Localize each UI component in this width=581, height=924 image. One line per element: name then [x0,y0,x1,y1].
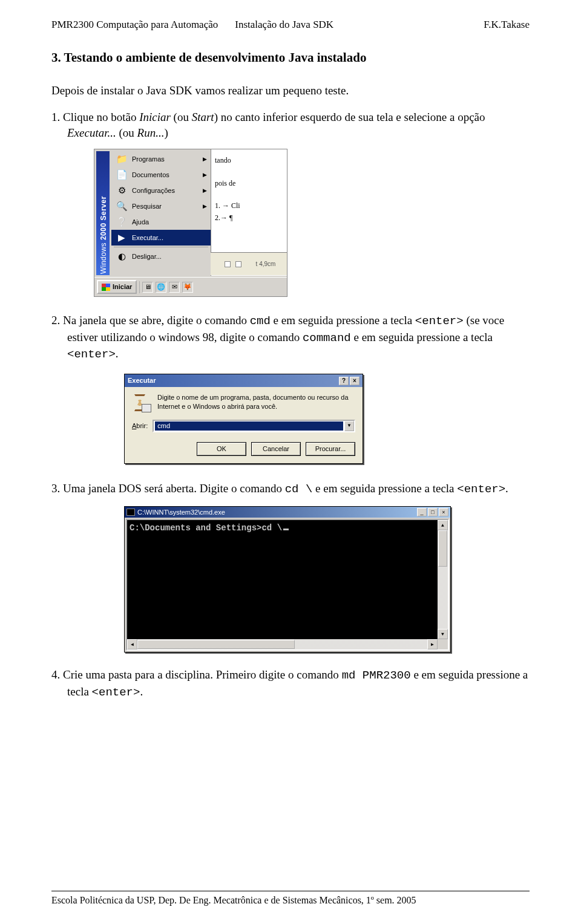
run-open-value: cmd [155,421,343,431]
maximize-button[interactable]: □ [428,508,438,516]
run-dialog-title: Executar [128,376,156,385]
start-menu-label: Programas [132,155,165,164]
horizontal-scrollbar[interactable]: ◀ ▶ [127,639,438,649]
minimize-button[interactable]: _ [417,508,427,516]
scroll-right-icon[interactable]: ▶ [427,639,438,649]
start-menu-screenshot: Windows 2000 Server 📁 Programas ▶ 📄 Docu… [94,149,287,297]
run-dialog-titlebar: Executar ? × [125,374,363,387]
close-button[interactable]: × [439,508,448,516]
close-button[interactable]: × [350,377,359,385]
ok-button[interactable]: OK [197,442,246,456]
start-menu-item-documentos[interactable]: 📄 Documentos ▶ [111,167,211,183]
quicklaunch-icon[interactable]: ✉ [169,282,180,293]
cursor-icon [283,529,289,530]
start-menu-label: Pesquisar [132,202,162,211]
start-menu-list: 📁 Programas ▶ 📄 Documentos ▶ ⚙ Configura… [111,151,211,264]
start-menu-item-executar[interactable]: ▶ Executar... [111,230,211,246]
taskbar: Iniciar 🖥 🌐 ✉ 🦊 [94,277,287,296]
gear-icon: ⚙ [115,184,128,197]
cmd-line: C:\Documents and Settings>cd \ [130,522,445,534]
scroll-thumb[interactable] [137,640,295,649]
page-header: PMR2300 Computação para Automação Instal… [51,18,530,32]
cancel-button[interactable]: Cancelar [251,442,301,456]
run-open-label: Abrir: [132,421,148,431]
chevron-down-icon[interactable]: ▼ [344,421,354,431]
menu-separator [114,247,208,247]
run-hourglass-icon [132,393,151,412]
start-button[interactable]: Iniciar [97,280,137,294]
cmd-terminal[interactable]: C:\Documents and Settings>cd \ ▲ ▼ ◀ ▶ [126,519,449,651]
start-menu-label: Documentos [132,171,169,180]
cmd-titlebar: C:\WINNT\system32\cmd.exe _ □ × [125,507,450,518]
start-menu-item-desligar[interactable]: ◐ Desligar... [111,249,211,264]
start-menu-label: Desligar... [132,252,162,261]
header-author: F.K.Takase [484,18,530,32]
start-menu-item-ajuda[interactable]: ❔ Ajuda [111,214,211,230]
run-dialog: Executar ? × Digite o nome de um program… [124,374,363,464]
shutdown-icon: ◐ [115,250,128,262]
scroll-left-icon[interactable]: ◀ [127,639,137,649]
run-dialog-message: Digite o nome de um programa, pasta, doc… [157,393,355,411]
step-1: 1. Clique no botão Iniciar (ou Start) no… [67,109,530,140]
header-course: PMR2300 Computação para Automação [51,18,218,32]
cmd-window: C:\WINNT\system32\cmd.exe _ □ × C:\Docum… [124,506,451,653]
help-button[interactable]: ? [339,377,349,385]
step-3: 3. Uma janela DOS será aberta. Digite o … [67,481,530,498]
header-subject: Instalação do Java SDK [235,18,333,32]
help-icon: ❔ [115,216,128,228]
folder-icon: 📁 [115,153,128,165]
start-menu-label: Executar... [132,233,163,242]
cmd-icon [126,509,135,516]
section-title: 3. Testando o ambiente de desenvolviment… [51,49,530,66]
start-menu-label: Configurações [132,186,175,195]
step-4: 4. Crie uma pasta para a disciplina. Pri… [67,667,530,700]
search-icon: 🔍 [115,200,128,212]
cmd-title-text: C:\WINNT\system32\cmd.exe [137,508,225,517]
scroll-thumb[interactable] [438,530,447,567]
run-icon: ▶ [115,232,128,244]
start-menu-item-pesquisar[interactable]: 🔍 Pesquisar ▶ [111,198,211,214]
chevron-right-icon: ▶ [203,171,207,178]
start-menu-item-configuracoes[interactable]: ⚙ Configurações ▶ [111,183,211,198]
quicklaunch-icon[interactable]: 🦊 [182,282,193,293]
start-menu-label: Ajuda [132,218,149,227]
start-menu-item-programas[interactable]: 📁 Programas ▶ [111,151,211,167]
quicklaunch-icon[interactable]: 🖥 [142,282,153,293]
step-2: 2. Na janela que se abre, digite o coman… [67,313,530,363]
run-open-combobox[interactable]: cmd ▼ [153,420,355,432]
intro-paragraph: Depois de instalar o Java SDK vamos real… [51,83,530,99]
chevron-right-icon: ▶ [203,203,207,210]
windows-flag-icon [102,284,110,291]
ruler-fragment: t 4,9cm [211,252,287,275]
scroll-up-icon[interactable]: ▲ [438,520,448,530]
start-menu-banner: Windows 2000 Server [96,151,110,275]
chevron-right-icon: ▶ [203,155,207,163]
quicklaunch-icon[interactable]: 🌐 [156,282,166,293]
document-icon: 📄 [115,169,128,181]
page-footer: Escola Politécnica da USP, Dep. De Eng. … [51,891,530,907]
scrollbar-corner [438,639,448,649]
chevron-right-icon: ▶ [203,187,207,194]
vertical-scrollbar[interactable]: ▲ ▼ [438,520,448,639]
scroll-down-icon[interactable]: ▼ [438,629,448,639]
browse-button[interactable]: Procurar... [306,442,355,456]
